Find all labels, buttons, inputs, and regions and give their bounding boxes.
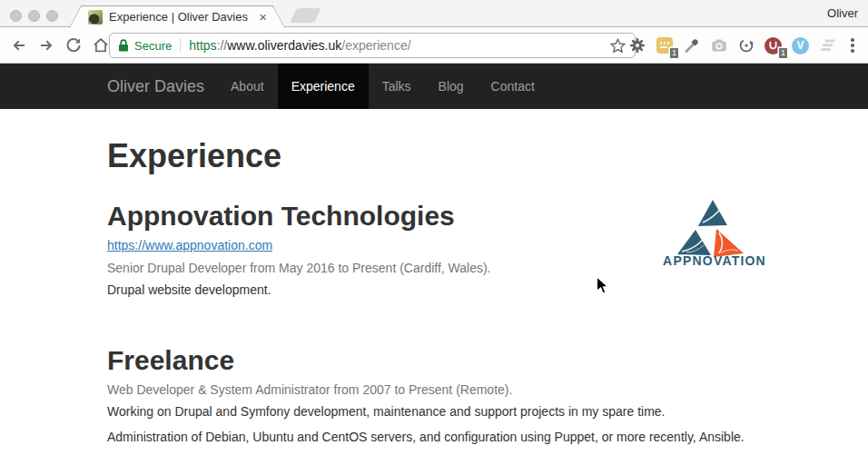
section-freelance: Freelance Web Developer & System Adminis… xyxy=(107,302,761,446)
home-icon[interactable] xyxy=(91,36,110,55)
back-icon[interactable] xyxy=(9,36,28,55)
address-bar-divider xyxy=(180,38,181,53)
address-bar[interactable]: Secure https://www.oliverdavies.uk/exper… xyxy=(109,33,636,58)
extension-badge: 1 xyxy=(779,48,787,58)
zoom-window-button[interactable] xyxy=(46,10,58,22)
nav-item-about[interactable]: About xyxy=(217,64,278,109)
page-title: Experience xyxy=(107,138,761,174)
tab-favicon-avatar xyxy=(88,10,103,25)
new-tab-button[interactable] xyxy=(290,8,321,23)
window-titlebar: Experience | Oliver Davies × Oliver xyxy=(0,0,868,27)
notes-extension-icon[interactable]: 1 xyxy=(655,36,674,55)
tab-close-icon[interactable]: × xyxy=(259,6,267,28)
appnovation-wordmark: APPNOVATION xyxy=(663,253,766,267)
forward-icon[interactable] xyxy=(36,36,55,55)
window-controls xyxy=(10,10,58,22)
browser-menu-icon[interactable] xyxy=(845,36,860,55)
tab-reloader-extension-icon[interactable] xyxy=(736,36,755,55)
gear-extension-icon[interactable] xyxy=(627,36,646,55)
url-text: https://www.oliverdavies.uk/experience/ xyxy=(189,38,410,53)
section-paragraph: Drupal website development. xyxy=(107,281,761,299)
navbar-brand[interactable]: Oliver Davies xyxy=(107,64,204,109)
section-paragraph: Administration of Debian, Ubuntu and Cen… xyxy=(107,428,761,446)
browser-toolbar: Secure https://www.oliverdavies.uk/exper… xyxy=(0,28,868,64)
layers-extension-icon[interactable] xyxy=(818,36,837,55)
browser-profile-name[interactable]: Oliver xyxy=(827,6,858,20)
minimize-window-button[interactable] xyxy=(28,10,40,22)
section-paragraph: Working on Drupal and Symfony developmen… xyxy=(107,402,761,421)
url-scheme: https xyxy=(189,38,216,53)
url-path: /experience/ xyxy=(341,38,410,53)
company-website-link[interactable]: https://www.appnovation.com xyxy=(107,238,272,252)
vimium-extension-icon[interactable]: V xyxy=(791,36,810,55)
close-window-button[interactable] xyxy=(10,10,22,22)
page-content: Experience Appnovation Technologies http… xyxy=(107,109,761,453)
vimium-extension-glyph: V xyxy=(792,37,809,54)
site-navbar: Oliver Davies About Experience Talks Blo… xyxy=(0,64,868,109)
role-meta-text: Web Developer & System Administrator fro… xyxy=(107,381,761,399)
red-circle-extension-icon[interactable]: 1 xyxy=(764,36,783,55)
nav-item-contact[interactable]: Contact xyxy=(478,64,548,109)
eyedropper-extension-icon[interactable] xyxy=(682,36,701,55)
bookmark-star-icon[interactable] xyxy=(608,36,627,55)
url-separator: :// xyxy=(217,38,228,53)
nav-item-experience[interactable]: Experience xyxy=(278,64,369,109)
nav-item-talks[interactable]: Talks xyxy=(369,64,425,109)
nav-item-blog[interactable]: Blog xyxy=(425,64,478,109)
browser-tab[interactable]: Experience | Oliver Davies × xyxy=(81,5,273,28)
mouse-cursor xyxy=(596,276,609,299)
url-host: www.oliverdavies.uk xyxy=(227,38,341,53)
appnovation-logo: APPNOVATION xyxy=(659,198,770,271)
tab-title: Experience | Oliver Davies xyxy=(109,6,254,28)
section-appnovation: Appnovation Technologies https://www.app… xyxy=(107,174,761,299)
extension-badge: 1 xyxy=(670,48,678,58)
lock-icon[interactable] xyxy=(117,38,130,53)
section-title: Freelance xyxy=(107,345,761,375)
secure-label: Secure xyxy=(134,39,172,53)
camera-extension-icon[interactable] xyxy=(709,36,728,55)
reload-icon[interactable] xyxy=(64,36,83,55)
